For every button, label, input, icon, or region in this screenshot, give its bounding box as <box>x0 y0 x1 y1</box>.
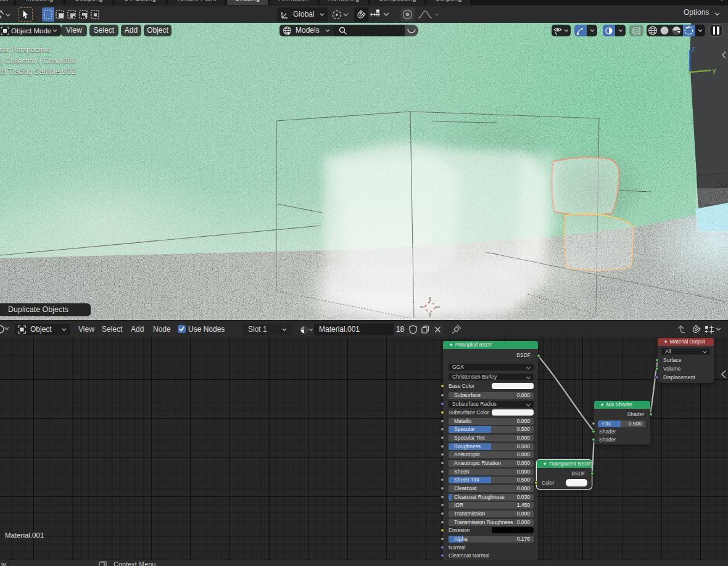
svg-text:y: y <box>713 67 716 74</box>
svg-text:z: z <box>692 44 695 52</box>
